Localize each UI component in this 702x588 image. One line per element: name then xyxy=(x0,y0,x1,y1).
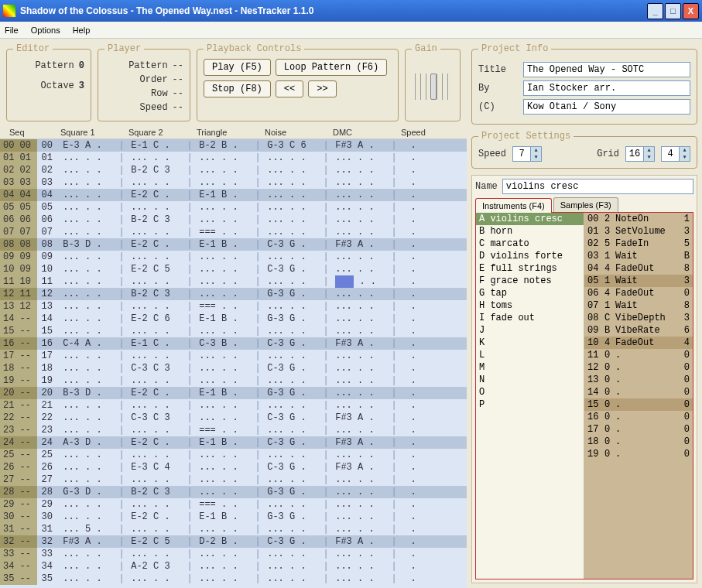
pattern-row[interactable]: 12 1112 ... . .| B-2 C 3| ... . .| G-3 G… xyxy=(0,288,467,300)
loop-button[interactable]: Loop Pattern (F6) xyxy=(276,59,387,76)
prev-button[interactable]: << xyxy=(276,80,303,97)
pattern-row[interactable]: 04 0404 ... . .| E-2 C .| E-1 B .| ... .… xyxy=(0,189,467,201)
macro-row[interactable]: 002NoteOn1 xyxy=(584,213,693,225)
settings-speed-input[interactable] xyxy=(513,147,530,161)
instrument-item[interactable]: F grace notes xyxy=(476,275,584,287)
pattern-row[interactable]: 18 --18 ... . .| C-3 C 3| ... . .| C-3 G… xyxy=(0,362,467,374)
gain-slider[interactable] xyxy=(415,74,450,100)
pattern-row[interactable]: 07 0707 ... . .| ... . .| === . .| ... .… xyxy=(0,226,467,238)
macro-list[interactable]: 002NoteOn1013SetVolume3025FadeIn5031Wait… xyxy=(584,213,693,579)
pattern-row[interactable]: 34 --34 ... . .| A-2 C 3| ... . .| ... .… xyxy=(0,560,467,573)
instrument-list[interactable]: A violins crescB hornC marcatoD violins … xyxy=(476,213,584,579)
stop-button[interactable]: Stop (F8) xyxy=(204,80,271,97)
menubar: File Options Help xyxy=(0,22,702,39)
pattern-row[interactable]: 17 --17 ... . .| ... . .| ... . .| ... .… xyxy=(0,350,467,362)
instrument-item[interactable]: E full strings xyxy=(476,262,584,275)
pattern-row[interactable]: 08 0808 B-3 D .| E-2 C .| E-1 B .| C-3 G… xyxy=(0,238,467,251)
instrument-item[interactable]: M xyxy=(476,361,584,374)
instrument-item[interactable]: I fade out xyxy=(476,312,584,324)
instrument-item[interactable]: K xyxy=(476,337,584,349)
macro-row[interactable]: 160.0 xyxy=(584,411,693,423)
instrument-item[interactable]: N xyxy=(476,374,584,386)
instrument-item[interactable]: G tap xyxy=(476,287,584,299)
instrument-item[interactable]: D violins forte xyxy=(476,250,584,262)
macro-row[interactable]: 013SetVolume3 xyxy=(584,225,693,238)
instrument-item[interactable]: L xyxy=(476,349,584,361)
project-copyright-input[interactable] xyxy=(523,99,690,115)
pattern-row[interactable]: 32 --32 F#3 A .| E-2 C 5| D-2 B .| C-3 G… xyxy=(0,535,467,548)
macro-row[interactable]: 071Wait8 xyxy=(584,299,693,312)
menu-options[interactable]: Options xyxy=(31,26,60,35)
pattern-row[interactable]: 31 --31 ... 5 .| ... . .| ... . .| ... .… xyxy=(0,523,467,535)
instrument-name-input[interactable] xyxy=(502,179,693,194)
instrument-item[interactable]: J xyxy=(476,324,584,337)
pattern-row[interactable]: 13 1213 ... . .| ... . .| === . .| ... .… xyxy=(0,300,467,313)
pattern-row[interactable]: 33 --33 ... . .| ... . .| ... . .| ... .… xyxy=(0,548,467,560)
macro-row[interactable]: 031WaitB xyxy=(584,250,693,262)
pattern-row[interactable]: 26 --26 ... . .| E-3 C 4| ... . .| C-3 G… xyxy=(0,461,467,473)
settings-grid-b-spinner[interactable]: ▲▼ xyxy=(661,146,690,162)
settings-grid-b-input[interactable] xyxy=(662,147,679,161)
project-title-input[interactable] xyxy=(523,62,690,77)
macro-row[interactable]: 180.0 xyxy=(584,436,693,448)
project-by-input[interactable] xyxy=(523,80,690,96)
macro-row[interactable]: 08CVibeDepth3 xyxy=(584,312,693,324)
pattern-row[interactable]: 03 0303 ... . .| ... . .| ... . .| ... .… xyxy=(0,176,467,189)
settings-speed-spinner[interactable]: ▲▼ xyxy=(512,146,542,162)
pattern-row[interactable]: 35 --35 ... . .| ... . .| ... . .| ... .… xyxy=(0,573,467,585)
play-button[interactable]: Play (F5) xyxy=(204,59,271,76)
pattern-row[interactable]: 29 --29 ... . .| ... . .| === . .| ... .… xyxy=(0,498,467,511)
macro-row[interactable]: 09BVibeRate6 xyxy=(584,324,693,337)
macro-row[interactable]: 025FadeIn5 xyxy=(584,238,693,250)
pattern-row[interactable]: 16 --16 C-4 A .| E-1 C .| C-3 B .| C-3 G… xyxy=(0,337,467,350)
close-button[interactable]: X xyxy=(683,3,699,19)
instrument-item[interactable]: P xyxy=(476,398,584,411)
macro-row[interactable]: 130.0 xyxy=(584,374,693,386)
pattern-row[interactable]: 28 --28 G-3 D .| B-2 C 3| ... . .| G-3 G… xyxy=(0,486,467,498)
macro-row[interactable]: 104FadeOut4 xyxy=(584,337,693,349)
pattern-row[interactable]: 22 --22 ... . .| C-3 C 3| ... . .| C-3 G… xyxy=(0,412,467,424)
pattern-row[interactable]: 15 --15 ... . .| ... . .| ... . .| ... .… xyxy=(0,325,467,337)
macro-row[interactable]: 170.0 xyxy=(584,423,693,436)
pattern-row[interactable]: 27 --27 ... . .| ... . .| ... . .| ... .… xyxy=(0,473,467,486)
instrument-item[interactable]: O xyxy=(476,386,584,398)
pattern-row[interactable]: 19 --19 ... . .| ... . .| ... . .| ... .… xyxy=(0,374,467,387)
pattern-row[interactable]: 10 0910 ... . .| E-2 C 5| ... . .| C-3 G… xyxy=(0,263,467,275)
macro-row[interactable]: 051Wait3 xyxy=(584,275,693,287)
macro-row[interactable]: 064FadeOut0 xyxy=(584,287,693,299)
minimize-button[interactable]: _ xyxy=(647,3,663,19)
pattern-row[interactable]: 02 0202 ... . .| B-2 C 3| ... . .| ... .… xyxy=(0,164,467,176)
pattern-row[interactable]: 06 0606 ... . .| B-2 C 3| ... . .| ... .… xyxy=(0,214,467,226)
pattern-row[interactable]: 11 1011 ... . .| ... . .| ... . .| ... .… xyxy=(0,275,467,288)
pattern-row[interactable]: 14 --14 ... . .| E-2 C 6| E-1 B .| G-3 G… xyxy=(0,313,467,325)
instrument-item[interactable]: A violins cresc xyxy=(476,213,584,225)
pattern-row[interactable]: 25 --25 ... . .| ... . .| ... . .| ... .… xyxy=(0,449,467,461)
macro-row[interactable]: 190.0 xyxy=(584,448,693,460)
pattern-row[interactable]: 05 0505 ... . .| ... . .| ... . .| ... .… xyxy=(0,201,467,214)
next-button[interactable]: >> xyxy=(308,80,336,97)
menu-help[interactable]: Help xyxy=(73,26,91,35)
pattern-row[interactable]: 20 --20 B-3 D .| E-2 C .| E-1 B .| G-3 G… xyxy=(0,387,467,399)
pattern-row[interactable]: 00 0000 E-3 A .| E-1 C .| B-2 B .| G-3 C… xyxy=(0,139,467,152)
tab-instruments[interactable]: Instruments (F4) xyxy=(475,198,552,213)
macro-row[interactable]: 140.0 xyxy=(584,386,693,398)
pattern-row[interactable]: 23 --23 ... . .| ... . .| === . .| ... .… xyxy=(0,424,467,436)
pattern-row[interactable]: 21 --21 ... . .| ... . .| ... . .| ... .… xyxy=(0,399,467,412)
pattern-row[interactable]: 09 0909 ... . .| ... . .| ... . .| ... .… xyxy=(0,251,467,263)
instrument-item[interactable]: C marcato xyxy=(476,238,584,250)
macro-row[interactable]: 110.0 xyxy=(584,349,693,361)
maximize-button[interactable]: □ xyxy=(665,3,681,19)
pattern-row[interactable]: 30 --30 ... . .| E-2 C .| E-1 B .| G-3 G… xyxy=(0,511,467,523)
pattern-row[interactable]: 01 0101 ... . .| ... . .| ... . .| ... .… xyxy=(0,152,467,164)
macro-row[interactable]: 044FadeOut8 xyxy=(584,262,693,275)
menu-file[interactable]: File xyxy=(5,26,19,35)
pattern-editor[interactable]: 00 0000 E-3 A .| E-1 C .| B-2 B .| G-3 C… xyxy=(0,139,467,588)
tab-samples[interactable]: Samples (F3) xyxy=(553,197,618,212)
instrument-item[interactable]: B horn xyxy=(476,225,584,238)
pattern-row[interactable]: 24 --24 A-3 D .| E-2 C .| E-1 B .| C-3 G… xyxy=(0,436,467,449)
settings-grid-a-input[interactable] xyxy=(626,147,643,161)
instrument-item[interactable]: H toms xyxy=(476,299,584,312)
macro-row[interactable]: 150.0 xyxy=(584,398,693,411)
macro-row[interactable]: 120.0 xyxy=(584,361,693,374)
settings-grid-a-spinner[interactable]: ▲▼ xyxy=(625,146,655,162)
